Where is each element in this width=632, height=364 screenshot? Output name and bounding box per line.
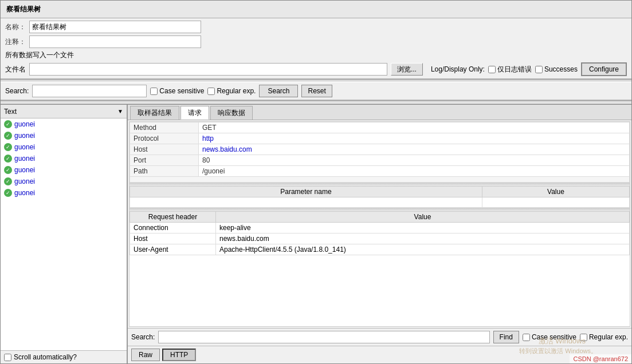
success-icon	[4, 166, 12, 174]
log-errors-checkbox-label[interactable]: 仅日志错误	[488, 65, 532, 74]
search-button[interactable]: Search	[259, 85, 298, 97]
configure-button[interactable]: Configure	[581, 62, 627, 76]
item-label: guonei	[14, 155, 35, 163]
request-header-col: Request header	[130, 212, 216, 223]
item-label: guonei	[14, 177, 35, 185]
all-data-row: 所有数据写入一个文件	[5, 50, 627, 60]
all-data-label: 所有数据写入一个文件	[5, 51, 74, 59]
find-button[interactable]: Find	[493, 331, 519, 343]
table-row	[130, 177, 630, 183]
list-item[interactable]: guonei	[1, 130, 127, 141]
log-errors-checkbox[interactable]	[488, 66, 496, 73]
successes-checkbox[interactable]	[535, 66, 543, 73]
header-value: news.baidu.com	[216, 234, 630, 244]
case-sensitive-checkbox[interactable]	[150, 88, 158, 95]
bottom-search-label: Search:	[131, 333, 155, 341]
name-row: 名称：	[5, 21, 627, 33]
bottom-regular-exp-label[interactable]: Regular exp.	[580, 333, 628, 341]
scroll-auto-checkbox[interactable]	[4, 354, 11, 361]
item-label: guonei	[14, 189, 35, 197]
csdn-footer: CSDN @ranran672	[570, 354, 631, 363]
table-row: Method GET	[130, 122, 630, 133]
bottom-case-sensitive-checkbox[interactable]	[523, 334, 530, 341]
bottom-search-input[interactable]	[158, 331, 489, 343]
params-empty-row	[130, 197, 630, 208]
title-bar: 察看结果树	[1, 1, 631, 18]
table-row: Path /guonei	[130, 166, 630, 177]
successes-checkbox-label[interactable]: Successes	[535, 65, 578, 73]
item-label: guonei	[14, 120, 35, 128]
top-search-bar: Search: Case sensitive Regular exp. Sear…	[1, 82, 631, 100]
list-item[interactable]: guonei	[1, 187, 127, 199]
log-errors-label: 仅日志错误	[497, 65, 532, 74]
item-label: guonei	[14, 166, 35, 174]
header-name: Host	[130, 234, 216, 244]
dropdown-arrow-icon[interactable]: ▼	[117, 108, 123, 114]
list-item[interactable]: guonei	[1, 153, 127, 164]
protocol-label: Protocol	[130, 133, 199, 144]
table-row: Connectionkeep-alive	[130, 223, 630, 234]
search-label: Search:	[5, 87, 29, 95]
header-value-col: Value	[216, 212, 630, 223]
browse-button[interactable]: 浏览...	[391, 63, 423, 76]
table-row: Port 80	[130, 155, 630, 166]
success-icon	[4, 132, 12, 140]
headers-header-row: Request header Value	[130, 212, 630, 223]
host-value: news.baidu.com	[199, 144, 630, 155]
result-list: guoneiguoneiguoneiguoneiguoneiguoneiguon…	[1, 118, 127, 350]
content-area: Text ▼ guoneiguoneiguoneiguoneiguoneiguo…	[1, 104, 631, 363]
success-icon	[4, 120, 12, 128]
tab-request[interactable]: 请求	[180, 106, 209, 120]
header-name: Connection	[130, 223, 216, 234]
table-row: User-AgentApache-HttpClient/4.5.5 (Java/…	[130, 244, 630, 255]
tabs-bar: 取样器结果 请求 响应数据	[128, 105, 631, 120]
headers-table: Request header Value Connectionkeep-aliv…	[129, 211, 630, 255]
header-value: keep-alive	[216, 223, 630, 234]
case-sensitive-label[interactable]: Case sensitive	[150, 87, 204, 95]
path-value: /guonei	[199, 166, 630, 177]
name-label: 名称：	[5, 22, 26, 32]
file-row: 文件名 浏览... Log/Display Only: 仅日志错误 Succes…	[5, 62, 627, 76]
header-value: Apache-HttpClient/4.5.5 (Java/1.8.0_141)	[216, 244, 630, 255]
success-icon	[4, 189, 12, 197]
tab-response[interactable]: 响应数据	[210, 106, 253, 120]
request-table: Method GET Protocol http Host news.baidu…	[129, 122, 630, 183]
http-button[interactable]: HTTP	[162, 349, 196, 361]
path-label: Path	[130, 166, 199, 177]
regular-exp-label[interactable]: Regular exp.	[207, 87, 256, 95]
tab-sampler[interactable]: 取样器结果	[130, 106, 179, 120]
raw-button[interactable]: Raw	[131, 349, 160, 361]
list-item[interactable]: guonei	[1, 141, 127, 153]
search-input[interactable]	[32, 85, 147, 97]
left-panel-header: Text ▼	[1, 105, 127, 118]
left-panel-title: Text	[4, 108, 17, 116]
method-label: Method	[130, 122, 199, 133]
port-label: Port	[130, 155, 199, 166]
right-panel: 取样器结果 请求 响应数据 Method GET	[128, 105, 631, 363]
regular-exp-checkbox[interactable]	[207, 88, 215, 95]
port-value: 80	[199, 155, 630, 166]
host-label: Host	[130, 144, 199, 155]
param-value-col: Value	[482, 187, 629, 197]
log-display-label: Log/Display Only:	[431, 65, 485, 73]
reset-button[interactable]: Reset	[301, 85, 332, 97]
success-icon	[4, 155, 12, 163]
watermark-line1: 激活 Windows	[539, 336, 586, 346]
comment-row: 注释：	[5, 35, 627, 48]
params-table: Parameter name Value	[129, 186, 630, 208]
list-item[interactable]: guonei	[1, 164, 127, 176]
window-title: 察看结果树	[6, 5, 41, 13]
table-row: Host news.baidu.com	[130, 144, 630, 155]
item-label: guonei	[14, 143, 35, 151]
file-input[interactable]	[29, 63, 387, 76]
header-name: User-Agent	[130, 244, 216, 255]
name-input[interactable]	[29, 21, 201, 33]
comment-input[interactable]	[29, 35, 201, 48]
list-item[interactable]: guonei	[1, 176, 127, 187]
protocol-value: http	[199, 133, 630, 144]
list-item[interactable]: guonei	[1, 118, 127, 130]
file-label: 文件名	[5, 65, 26, 74]
successes-label: Successes	[544, 65, 578, 73]
params-header-row: Parameter name Value	[130, 187, 630, 197]
table-row: Protocol http	[130, 133, 630, 144]
